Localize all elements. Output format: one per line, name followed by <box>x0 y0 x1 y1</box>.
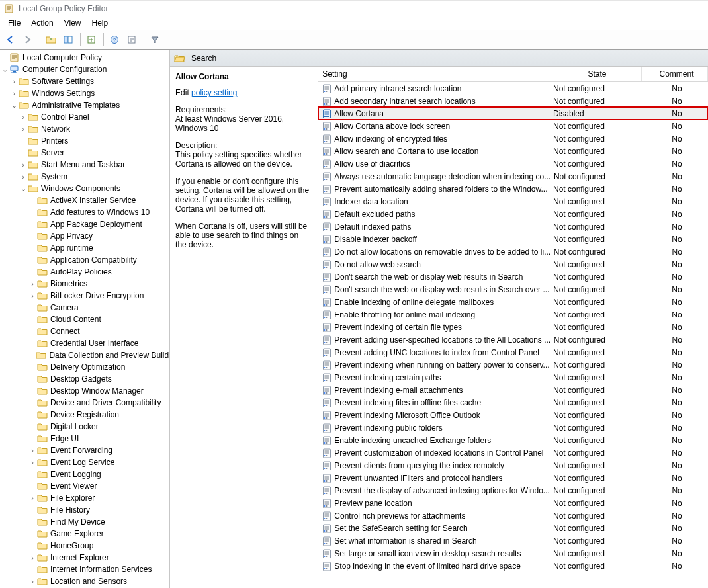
chevron-right-icon[interactable]: › <box>28 280 37 288</box>
chevron-right-icon[interactable]: › <box>28 577 37 585</box>
tree-root[interactable]: Local Computer Policy <box>0 52 169 63</box>
setting-row[interactable]: Enable indexing uncached Exchange folder… <box>318 434 708 446</box>
up-button[interactable] <box>43 32 59 48</box>
tree-item[interactable]: Device Registration <box>0 409 169 421</box>
tree-start-menu[interactable]: ›Start Menu and Taskbar <box>0 159 169 171</box>
menu-help[interactable]: Help <box>87 17 114 29</box>
tree-item[interactable]: ›File Explorer <box>0 492 169 504</box>
menu-file[interactable]: File <box>3 17 26 29</box>
setting-row[interactable]: Indexer data locationNot configuredNo <box>318 195 708 208</box>
back-button[interactable] <box>3 32 19 48</box>
tree-printers[interactable]: Printers <box>0 135 169 147</box>
tree-item[interactable]: Data Collection and Preview Builds <box>0 349 169 361</box>
tree-item[interactable]: Desktop Window Manager <box>0 385 169 397</box>
tree-item[interactable]: ›BitLocker Drive Encryption <box>0 290 169 302</box>
tree-item[interactable]: Camera <box>0 302 169 314</box>
list-rows[interactable]: Add primary intranet search locationNot … <box>318 82 708 588</box>
setting-row[interactable]: Prevent indexing certain pathsNot config… <box>318 371 708 384</box>
setting-row[interactable]: Enable throttling for online mail indexi… <box>318 308 708 321</box>
tree-item[interactable]: ›Biometrics <box>0 278 169 290</box>
setting-row[interactable]: Don't search the web or display web resu… <box>318 271 708 283</box>
setting-row[interactable]: Default indexed pathsNot configuredNo <box>318 220 708 233</box>
tree-item[interactable]: File History <box>0 504 169 516</box>
setting-row[interactable]: Do not allow locations on removable driv… <box>318 245 708 258</box>
setting-row[interactable]: Prevent indexing public foldersNot confi… <box>318 421 708 434</box>
tree-windows-components[interactable]: ⌄Windows Components <box>0 183 169 194</box>
chevron-down-icon[interactable]: ⌄ <box>9 101 19 110</box>
setting-row[interactable]: Disable indexer backoffNot configuredNo <box>318 233 708 245</box>
setting-row[interactable]: Prevent adding UNC locations to index fr… <box>318 346 708 358</box>
chevron-down-icon[interactable]: ⌄ <box>0 65 9 74</box>
filter-button[interactable] <box>147 32 163 48</box>
tree-item[interactable]: ›Internet Explorer <box>0 552 169 564</box>
column-comment[interactable]: Comment <box>642 67 708 81</box>
setting-row[interactable]: Prevent indexing when running on battery… <box>318 358 708 371</box>
setting-row[interactable]: Prevent clients from querying the index … <box>318 459 708 472</box>
tree-pane[interactable]: Local Computer Policy⌄Computer Configura… <box>0 50 170 588</box>
chevron-right-icon[interactable]: › <box>28 292 37 300</box>
tree-item[interactable]: Credential User Interface <box>0 337 169 349</box>
setting-row[interactable]: Add primary intranet search locationNot … <box>318 82 708 95</box>
setting-row[interactable]: Set large or small icon view in desktop … <box>318 547 708 560</box>
setting-row[interactable]: Preview pane locationNot configuredNo <box>318 497 708 509</box>
tree-item[interactable]: Event Logging <box>0 468 169 480</box>
setting-row[interactable]: Allow Cortana above lock screenNot confi… <box>318 120 708 132</box>
column-state[interactable]: State <box>549 67 642 81</box>
tree-item[interactable]: HomeGroup <box>0 540 169 552</box>
tree-item[interactable]: Internet Information Services <box>0 564 169 575</box>
tree-server[interactable]: Server <box>0 147 169 159</box>
tree-item[interactable]: Device and Driver Compatibility <box>0 397 169 409</box>
setting-row[interactable]: Prevent indexing Microsoft Office Outloo… <box>318 409 708 421</box>
chevron-right-icon[interactable]: › <box>19 161 28 169</box>
setting-row[interactable]: Set the SafeSearch setting for SearchNot… <box>318 522 708 534</box>
tree-item[interactable]: Game Explorer <box>0 528 169 540</box>
setting-row[interactable]: Prevent indexing files in offline files … <box>318 396 708 409</box>
setting-row[interactable]: Prevent indexing e-mail attachmentsNot c… <box>318 384 708 396</box>
chevron-right-icon[interactable]: › <box>9 77 19 85</box>
forward-button[interactable] <box>20 32 36 48</box>
tree-item[interactable]: Digital Locker <box>0 421 169 433</box>
properties-button[interactable] <box>124 32 140 48</box>
export-button[interactable] <box>83 32 99 48</box>
tree-software-settings[interactable]: ›Software Settings <box>0 75 169 87</box>
setting-row[interactable]: Enable indexing of online delegate mailb… <box>318 296 708 308</box>
tree-item[interactable]: Event Viewer <box>0 480 169 492</box>
tree-item[interactable]: ›Event Log Service <box>0 456 169 468</box>
tree-item[interactable]: ›Location and Sensors <box>0 575 169 587</box>
setting-row[interactable]: Allow use of diacriticsNot configuredNo <box>318 157 708 170</box>
setting-row[interactable]: Prevent indexing of certain file typesNo… <box>318 321 708 333</box>
tree-windows-settings[interactable]: ›Windows Settings <box>0 87 169 99</box>
chevron-right-icon[interactable]: › <box>9 89 19 97</box>
tree-item[interactable]: ActiveX Installer Service <box>0 194 169 206</box>
tree-item[interactable]: Application Compatibility <box>0 254 169 266</box>
chevron-right-icon[interactable]: › <box>19 125 28 133</box>
tree-item[interactable]: App Package Deployment <box>0 218 169 230</box>
setting-row[interactable]: Prevent unwanted iFilters and protocol h… <box>318 472 708 484</box>
tree-item[interactable]: Edge UI <box>0 433 169 444</box>
setting-row[interactable]: Control rich previews for attachmentsNot… <box>318 509 708 522</box>
setting-row[interactable]: Add secondary intranet search locationsN… <box>318 95 708 107</box>
chevron-right-icon[interactable]: › <box>28 494 37 502</box>
tree-system[interactable]: ›System <box>0 171 169 183</box>
tree-administrative-templates[interactable]: ⌄Administrative Templates <box>0 99 169 111</box>
tree-control-panel[interactable]: ›Control Panel <box>0 111 169 123</box>
tree-item[interactable]: App Privacy <box>0 230 169 242</box>
menu-view[interactable]: View <box>59 17 87 29</box>
setting-row[interactable]: Do not allow web searchNot configuredNo <box>318 258 708 271</box>
chevron-right-icon[interactable]: › <box>19 173 28 181</box>
setting-row[interactable]: Default excluded pathsNot configuredNo <box>318 208 708 220</box>
show-hide-tree-button[interactable] <box>60 32 76 48</box>
tree-computer-configuration[interactable]: ⌄Computer Configuration <box>0 63 169 75</box>
setting-row[interactable]: Don't search the web or display web resu… <box>318 283 708 296</box>
help-button[interactable]: ? <box>107 32 122 48</box>
setting-row[interactable]: Set what information is shared in Search… <box>318 534 708 547</box>
setting-row[interactable]: Allow CortanaDisabledNo <box>318 107 708 120</box>
tree-item[interactable]: Cloud Content <box>0 314 169 325</box>
setting-row[interactable]: Prevent the display of advanced indexing… <box>318 484 708 497</box>
setting-row[interactable]: Always use automatic language detection … <box>318 170 708 183</box>
setting-row[interactable]: Prevent automatically adding shared fold… <box>318 183 708 195</box>
tree-item[interactable]: AutoPlay Policies <box>0 266 169 278</box>
tree-item[interactable]: Delivery Optimization <box>0 361 169 373</box>
edit-policy-link[interactable]: policy setting <box>191 88 237 97</box>
chevron-down-icon[interactable]: ⌄ <box>19 185 28 193</box>
